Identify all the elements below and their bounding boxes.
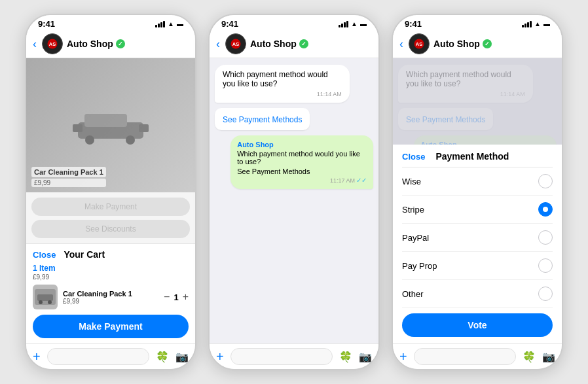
- signal-icon-3: [522, 21, 532, 27]
- shop-name-row-2: Auto Shop ✓: [250, 39, 308, 49]
- back-button-2[interactable]: ‹: [216, 37, 220, 51]
- cart-close-button[interactable]: Close: [33, 250, 56, 260]
- svg-point-11: [48, 300, 52, 304]
- payment-radio-stripe[interactable]: [538, 202, 553, 217]
- svg-point-5: [126, 135, 135, 145]
- sticker-icon-1[interactable]: 🍀: [156, 351, 169, 363]
- vote-button[interactable]: Vote: [402, 313, 553, 337]
- payment-radio-payprop[interactable]: [538, 258, 553, 273]
- received-bubble-3: Which payment method would you like to u…: [398, 65, 533, 103]
- payment-panel: Close Payment Method Wise Stripe PayPal …: [393, 145, 562, 343]
- payment-option-payprop: Pay Prop: [402, 252, 553, 280]
- battery-icon: ▬: [177, 20, 183, 27]
- status-bar-3: 9:41 ▲ ▬: [393, 15, 562, 30]
- battery-icon-3: ▬: [543, 20, 550, 27]
- shop-logo-icon-3: AS: [413, 38, 425, 50]
- status-icons-2: ▲ ▬: [339, 20, 367, 27]
- input-bar-2: + 🍀 📷 🎤: [210, 343, 378, 369]
- payment-radio-paypal[interactable]: [538, 230, 553, 245]
- shop-logo-icon: AS: [46, 38, 58, 50]
- cart-item-thumb: [33, 285, 58, 309]
- payment-close-button[interactable]: Close: [402, 152, 425, 162]
- mic-icon-1[interactable]: 🎤: [195, 351, 196, 363]
- shop-avatar-3: AS: [409, 33, 430, 54]
- payment-radio-wise[interactable]: [538, 174, 553, 188]
- chat-area-2: Which payment method would you like to u…: [210, 58, 378, 343]
- header-bar-3: ‹ AS Auto Shop ✓: [393, 30, 562, 58]
- camera-icon-1[interactable]: 📷: [175, 351, 189, 363]
- phone-3: 9:41 ▲ ▬ ‹ AS Auto Shop ✓ Which payment …: [392, 14, 563, 370]
- payment-radio-other[interactable]: [538, 287, 553, 301]
- cart-item-row: Car Cleaning Pack 1 £9,99 − 1 +: [33, 285, 189, 309]
- verified-badge-3: ✓: [483, 39, 492, 48]
- cart-item-price: £9,99: [63, 298, 158, 305]
- shop-name-1: Auto Shop: [67, 39, 113, 49]
- cart-panel: Close Your Cart 1 Item £9,99 Car Cleanin…: [26, 243, 195, 343]
- received-timestamp-2: 11:14 AM: [223, 91, 342, 97]
- received-text-3: Which payment method would you like to u…: [406, 70, 525, 88]
- see-payment-link-3: See Payment Methods: [406, 115, 485, 124]
- mic-icon-2[interactable]: 🎤: [378, 351, 380, 363]
- product-label: Car Cleaning Pack 1 £9,99: [31, 167, 106, 187]
- back-button-1[interactable]: ‹: [33, 37, 37, 51]
- sent-bubble-3: Auto Shop Which payment method would you…: [414, 135, 557, 145]
- sticker-icon-3[interactable]: 🍀: [523, 351, 536, 363]
- see-payment-link-2[interactable]: See Payment Methods: [223, 115, 302, 124]
- shop-name-2: Auto Shop: [250, 39, 297, 49]
- camera-icon-2[interactable]: 📷: [359, 351, 372, 363]
- svg-point-4: [85, 135, 94, 145]
- wifi-icon-2: ▲: [351, 20, 358, 27]
- make-payment-gray-btn: Make Payment: [31, 198, 190, 216]
- battery-icon-2: ▬: [360, 20, 367, 27]
- sent-timestamp-2: 11:17 AM ✓✓: [237, 177, 367, 184]
- header-bar-2: ‹ AS Auto Shop ✓: [210, 30, 378, 58]
- phone-1: 9:41 ▲ ▬ ‹ AS Auto Shop ✓: [25, 14, 196, 370]
- shop-avatar-2: AS: [225, 33, 246, 54]
- message-input-3[interactable]: [414, 348, 516, 365]
- message-input-1[interactable]: [47, 348, 149, 365]
- phone-2: 9:41 ▲ ▬ ‹ AS Auto Shop ✓ Which payment …: [208, 14, 380, 370]
- cart-item-info: Car Cleaning Pack 1 £9,99: [63, 290, 158, 305]
- verified-badge-1: ✓: [116, 39, 125, 48]
- shop-avatar-1: AS: [42, 33, 63, 54]
- phone3-chat-wrapper: Which payment method would you like to u…: [393, 58, 562, 145]
- product-preview: Car Cleaning Pack 1 £9,99: [26, 58, 195, 192]
- input-bar-3: + 🍀 📷 🎤: [393, 343, 562, 369]
- attach-button-3[interactable]: +: [399, 349, 407, 364]
- product-title: Car Cleaning Pack 1: [31, 167, 106, 177]
- payment-label-paypal: PayPal: [402, 233, 429, 243]
- verified-badge-2: ✓: [299, 39, 308, 48]
- svg-text:AS: AS: [49, 41, 56, 47]
- received-bubble-2: Which payment method would you like to u…: [215, 65, 350, 103]
- payment-label-wise: Wise: [402, 177, 421, 186]
- link-bubble-2[interactable]: See Payment Methods: [215, 108, 310, 130]
- shop-name-row-3: Auto Shop ✓: [433, 39, 492, 49]
- shop-name-3: Auto Shop: [433, 39, 480, 49]
- qty-decrease-button[interactable]: −: [164, 291, 170, 303]
- signal-icon-2: [339, 21, 348, 27]
- sticker-icon-2[interactable]: 🍀: [339, 351, 352, 363]
- svg-point-10: [39, 300, 43, 304]
- payment-option-stripe: Stripe: [402, 196, 553, 224]
- message-input-2[interactable]: [230, 348, 333, 365]
- attach-button-1[interactable]: +: [33, 349, 41, 364]
- back-button-3[interactable]: ‹: [399, 37, 403, 51]
- payment-label-stripe: Stripe: [402, 205, 424, 215]
- svg-text:AS: AS: [416, 41, 422, 47]
- camera-icon-3[interactable]: 📷: [542, 351, 555, 363]
- status-bar-1: 9:41 ▲ ▬: [26, 15, 195, 30]
- attach-button-2[interactable]: +: [216, 349, 224, 364]
- received-text-2: Which payment method would you like to u…: [223, 70, 342, 88]
- link-bubble-3: See Payment Methods: [398, 108, 493, 130]
- payment-option-paypal: PayPal: [402, 224, 553, 252]
- shop-logo-icon-2: AS: [230, 38, 242, 50]
- product-price: £9,99: [31, 179, 106, 187]
- status-icons-1: ▲ ▬: [155, 20, 183, 27]
- wifi-icon: ▲: [168, 20, 174, 27]
- time-1: 9:41: [38, 19, 55, 29]
- status-icons-3: ▲ ▬: [522, 20, 550, 27]
- mic-icon-3[interactable]: 🎤: [562, 351, 563, 363]
- qty-increase-button[interactable]: +: [183, 291, 189, 303]
- wifi-icon-3: ▲: [534, 20, 541, 27]
- make-payment-button[interactable]: Make Payment: [33, 315, 189, 338]
